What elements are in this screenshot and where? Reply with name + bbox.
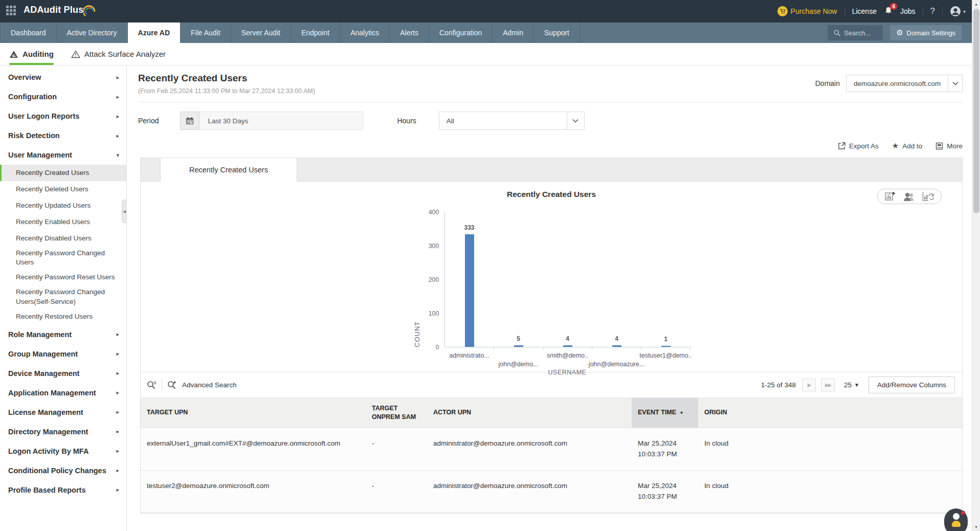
column-header-actor-upn[interactable]: ACTOR UPN bbox=[427, 398, 632, 428]
nav-tab-server-audit[interactable]: Server Audit bbox=[231, 23, 291, 43]
table-row[interactable]: externalUser1_gmail.com#EXT#@demoazure.o… bbox=[141, 428, 962, 471]
scroll-down-arrow[interactable]: ▼ bbox=[972, 523, 980, 531]
advanced-search-icon[interactable] bbox=[167, 381, 177, 390]
app-logo[interactable]: ADAudit Plus bbox=[24, 5, 97, 18]
column-header-origin[interactable]: ORIGIN bbox=[698, 398, 962, 428]
page-size-select[interactable]: 25 ▼ bbox=[844, 381, 859, 389]
sidebar-collapse-handle[interactable]: ◀ bbox=[122, 200, 126, 223]
scrollbar-thumb[interactable] bbox=[973, 9, 979, 213]
chart-bar[interactable] bbox=[563, 345, 572, 347]
domain-select[interactable]: demoazure.onmicrosoft.com bbox=[846, 75, 963, 92]
add-to-button[interactable]: ★ Add to bbox=[892, 141, 922, 150]
sidebar-item-label: Logon Activity By MFA bbox=[8, 447, 88, 455]
domain-settings-label: Domain Settings bbox=[907, 29, 955, 37]
export-as-button[interactable]: Export As bbox=[838, 142, 879, 150]
sidebar-item-application-management[interactable]: Application Management▸ bbox=[0, 383, 126, 403]
nav-tab-alerts[interactable]: Alerts bbox=[390, 23, 429, 43]
more-button[interactable]: More bbox=[936, 142, 963, 150]
divider bbox=[138, 102, 963, 102]
x-axis-tick bbox=[494, 347, 494, 350]
sidebar-item-device-management[interactable]: Device Management▸ bbox=[0, 364, 126, 383]
sidebar-item-user-management[interactable]: User Management▾ bbox=[0, 145, 126, 165]
period-value: Last 30 Days bbox=[208, 117, 248, 125]
sidebar-item-role-management[interactable]: Role Management▸ bbox=[0, 325, 126, 344]
scroll-up-arrow[interactable]: ▲ bbox=[972, 0, 980, 8]
sidebar-item-directory-management[interactable]: Directory Management▸ bbox=[0, 422, 126, 441]
report-tab-active[interactable]: Recently Created Users bbox=[160, 158, 297, 182]
chevron-right-icon: ▸ bbox=[116, 448, 119, 454]
sidebar-subitem-recently-created-users[interactable]: Recently Created Users bbox=[0, 165, 126, 181]
domain-settings-button[interactable]: ⚙ Domain Settings bbox=[890, 25, 962, 40]
column-header-target-onprem-sam[interactable]: TARGET ONPREM SAM bbox=[366, 398, 427, 428]
nav-tab-file-audit[interactable]: File Audit bbox=[181, 23, 231, 43]
user-menu-button[interactable]: ▾ bbox=[950, 6, 966, 17]
chat-bot-button[interactable] bbox=[944, 508, 968, 531]
users-icon[interactable] bbox=[903, 192, 915, 202]
page-size-value: 25 bbox=[844, 381, 852, 389]
notifications-button[interactable]: 4 bbox=[884, 6, 893, 17]
sidebar-subitem-recently-password-changed-users-self-service-[interactable]: Recently Password Changed Users(Self-Ser… bbox=[0, 285, 126, 308]
column-header-label: EVENT TIME bbox=[638, 408, 676, 417]
column-header-target-upn[interactable]: TARGET UPN bbox=[141, 398, 366, 428]
add-remove-columns-button[interactable]: Add/Remove Columns bbox=[868, 377, 955, 393]
column-header-event-time[interactable]: EVENT TIME▾ bbox=[632, 398, 698, 428]
page-title: Recently Created Users bbox=[138, 73, 315, 84]
chevron-right-icon: ▸ bbox=[116, 428, 119, 435]
nav-tab-azure-ad[interactable]: Azure AD bbox=[128, 23, 181, 43]
sidebar-item-configuration[interactable]: Configuration▸ bbox=[0, 87, 126, 106]
jobs-link[interactable]: Jobs bbox=[900, 7, 916, 15]
nav-tab-dashboard[interactable]: Dashboard bbox=[0, 23, 57, 43]
add-chart-icon[interactable] bbox=[885, 191, 896, 202]
help-button[interactable]: ? bbox=[930, 6, 935, 16]
sidebar-item-user-logon-reports[interactable]: User Logon Reports▸ bbox=[0, 106, 126, 126]
refresh-chart-icon[interactable] bbox=[922, 191, 934, 202]
nav-tab-admin[interactable]: Admin bbox=[493, 23, 534, 43]
purchase-now-button[interactable]: Purchase Now bbox=[777, 6, 837, 16]
sidebar-subitem-recently-deleted-users[interactable]: Recently Deleted Users bbox=[0, 181, 126, 197]
tab-auditing[interactable]: Auditing bbox=[9, 43, 54, 65]
x-category-label: smith@demo.. bbox=[547, 352, 588, 359]
chevron-right-icon: ▸ bbox=[116, 486, 119, 493]
column-header-label: ORIGIN bbox=[704, 408, 727, 417]
chart-section: Recently Created Users bbox=[141, 182, 962, 372]
nav-tab-analytics[interactable]: Analytics bbox=[340, 23, 390, 43]
hours-select[interactable]: All bbox=[439, 112, 585, 130]
sidebar-item-license-management[interactable]: License Management▸ bbox=[0, 403, 126, 422]
tab-attack-surface-analyzer[interactable]: Attack Surface Analyzer bbox=[71, 43, 166, 65]
advanced-search-label[interactable]: Advanced Search bbox=[182, 381, 237, 389]
search-input[interactable]: Search... bbox=[828, 25, 883, 40]
chart-bar[interactable] bbox=[661, 346, 671, 347]
y-tick-label: 300 bbox=[429, 242, 439, 250]
sidebar-item-risk-detection[interactable]: Risk Detection▸ bbox=[0, 126, 126, 145]
apps-grid-icon[interactable] bbox=[6, 6, 17, 17]
calendar-button[interactable] bbox=[180, 112, 199, 130]
nav-tab-configuration[interactable]: Configuration bbox=[429, 23, 493, 43]
last-page-button[interactable]: ▶▶ bbox=[821, 379, 835, 391]
sidebar-item-logon-activity-by-mfa[interactable]: Logon Activity By MFA▸ bbox=[0, 441, 126, 461]
next-page-button[interactable]: ▶ bbox=[802, 379, 816, 391]
sidebar-subitem-recently-updated-users[interactable]: Recently Updated Users bbox=[0, 197, 126, 214]
sidebar-item-profile-based-reports[interactable]: Profile Based Reports▸ bbox=[0, 480, 126, 500]
table-row[interactable]: testuser2@demoazure.onmicrosoft.com-admi… bbox=[141, 471, 962, 513]
sidebar-item-group-management[interactable]: Group Management▸ bbox=[0, 344, 126, 364]
chart-bar[interactable] bbox=[465, 234, 474, 347]
sidebar-item-conditional-policy-changes[interactable]: Conditional Policy Changes▸ bbox=[0, 461, 126, 480]
sidebar-subitem-recently-restored-users[interactable]: Recently Restored Users bbox=[0, 308, 126, 325]
chart-bar[interactable] bbox=[514, 345, 523, 347]
sidebar-subitem-recently-password-changed-users[interactable]: Recently Password Changed Users bbox=[0, 247, 126, 269]
nav-tab-endpoint[interactable]: Endpoint bbox=[291, 23, 340, 43]
sidebar: Overview▸Configuration▸User Logon Report… bbox=[0, 65, 127, 531]
license-link[interactable]: License bbox=[852, 7, 877, 15]
nav-tab-support[interactable]: Support bbox=[534, 23, 580, 43]
vertical-scrollbar[interactable]: ▲ ▼ bbox=[972, 0, 980, 531]
chevron-right-icon: ▸ bbox=[116, 74, 119, 81]
sidebar-subitem-recently-password-reset-users[interactable]: Recently Password Reset Users bbox=[0, 269, 126, 285]
period-value-field[interactable]: Last 30 Days bbox=[199, 112, 363, 130]
sidebar-subitem-recently-disabled-users[interactable]: Recently Disabled Users bbox=[0, 230, 126, 247]
sidebar-subitem-recently-enabled-users[interactable]: Recently Enabled Users bbox=[0, 214, 126, 230]
column-search-icon[interactable] bbox=[147, 381, 157, 390]
sidebar-item-label: Profile Based Reports bbox=[8, 486, 86, 494]
sidebar-item-overview[interactable]: Overview▸ bbox=[0, 68, 126, 87]
chart-bar[interactable] bbox=[612, 345, 621, 347]
nav-tab-active-directory[interactable]: Active Directory bbox=[57, 23, 128, 43]
